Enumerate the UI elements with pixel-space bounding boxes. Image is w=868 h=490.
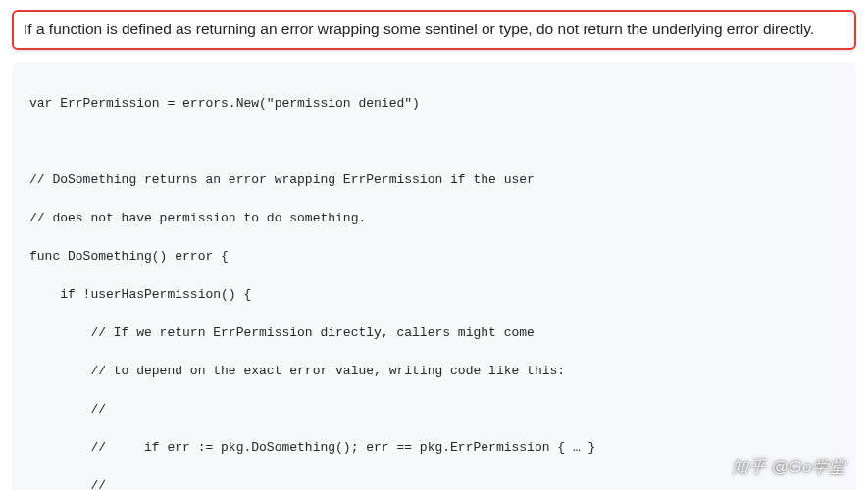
code-line: func DoSomething() error { — [29, 247, 839, 267]
code-line: if !userHasPermission() { — [29, 285, 839, 305]
code-line: var ErrPermission = errors.New("permissi… — [29, 94, 839, 114]
callout-text: If a function is defined as returning an… — [24, 21, 814, 37]
code-line: // If we return ErrPermission directly, … — [29, 323, 839, 343]
code-line: // does not have permission to do someth… — [29, 209, 839, 228]
code-line: // to depend on the exact error value, w… — [29, 362, 839, 381]
code-block: var ErrPermission = errors.New("permissi… — [12, 62, 856, 490]
code-line: // — [29, 400, 839, 419]
code-line: // — [29, 476, 839, 490]
code-line: // if err := pkg.DoSomething(); err == p… — [29, 438, 839, 458]
code-line — [29, 132, 839, 152]
callout-box: If a function is defined as returning an… — [12, 10, 856, 50]
code-line: // DoSomething returns an error wrapping… — [29, 171, 839, 190]
